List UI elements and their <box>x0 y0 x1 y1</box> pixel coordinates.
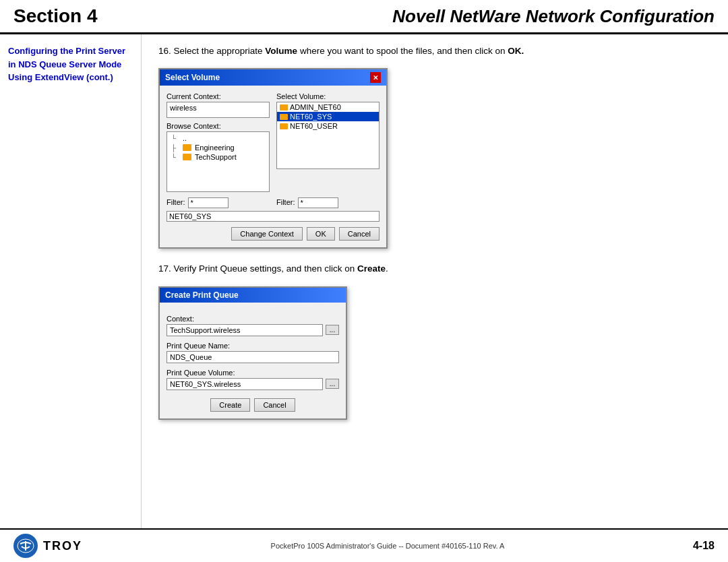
section-label: Section 4 <box>13 5 98 27</box>
volume-user-text: NET60_USER <box>290 122 338 130</box>
sidebar-text: Configuring the Print Server in NDS Queu… <box>8 44 133 84</box>
tree-connector-eng: ├ <box>171 144 181 152</box>
volume-item-sys[interactable]: NET60_SYS <box>277 112 379 121</box>
sv-left-col: Current Context: wireless Browse Context… <box>166 92 270 192</box>
folder-icon-admin <box>280 104 288 111</box>
volume-item-admin[interactable]: ADMIN_NET60 <box>277 102 379 112</box>
troy-logo-icon <box>16 538 35 554</box>
select-volume-titlebar: Select Volume ✕ <box>160 69 386 86</box>
folder-icon-user <box>280 123 288 129</box>
browse-context-label: Browse Context: <box>166 122 270 130</box>
filter-left-input[interactable] <box>188 197 229 208</box>
filter-right-input[interactable] <box>298 197 338 208</box>
filter-left: Filter: <box>166 197 270 208</box>
tree-item-engineering[interactable]: ├ Engineering <box>169 143 268 152</box>
pq-volume-browse-button[interactable]: ... <box>326 379 339 389</box>
troy-logo-circle <box>13 534 38 558</box>
pq-volume-label: Print Queue Volume: <box>166 369 339 377</box>
pq-volume-input-row: ... <box>166 378 339 390</box>
volume-sys-text: NET60_SYS <box>290 113 332 121</box>
bold-ok: OK. <box>508 46 524 56</box>
select-volume-columns: Current Context: wireless Browse Context… <box>166 92 380 192</box>
tree-item-techsupport-text: TechSupport <box>195 153 237 161</box>
create-pq-titlebar: Create Print Queue <box>160 288 346 303</box>
create-pq-title: Create Print Queue <box>165 290 239 300</box>
tree-connector: └ <box>171 135 181 142</box>
filter-right: Filter: <box>276 197 380 208</box>
step-16-instruction: 16. Select the appropriate Volume where … <box>158 44 711 58</box>
select-volume-buttons: Change Context OK Cancel <box>166 227 380 241</box>
folder-icon-techsupport <box>183 154 191 160</box>
context-input-row: ... <box>166 324 339 336</box>
select-volume-close-button[interactable]: ✕ <box>370 72 381 83</box>
tree-item-techsupport[interactable]: └ TechSupport <box>169 152 268 162</box>
context-input[interactable] <box>166 324 323 336</box>
select-volume-title: Select Volume <box>165 73 220 82</box>
pq-name-input-row <box>166 351 339 363</box>
ok-button[interactable]: OK <box>307 227 335 241</box>
footer-doc-text: PocketPro 100S Administrator's Guide -- … <box>271 542 505 550</box>
content-area: 16. Select the appropriate Volume where … <box>142 34 728 528</box>
section-number: 4 <box>87 5 98 26</box>
volume-admin-text: ADMIN_NET60 <box>290 103 341 111</box>
selected-volume-input[interactable] <box>166 211 380 222</box>
tree-connector-tech: └ <box>171 154 181 161</box>
pq-name-input[interactable] <box>166 351 339 363</box>
cancel-button[interactable]: Cancel <box>339 227 380 241</box>
filter-left-label: Filter: <box>166 198 185 206</box>
context-browse-button[interactable]: ... <box>326 325 339 335</box>
troy-logo: TROY <box>13 534 82 558</box>
select-volume-dialog: Select Volume ✕ Current Context: wireles… <box>158 68 388 249</box>
filter-row: Filter: Filter: <box>166 197 380 208</box>
bold-volume: Volume <box>265 46 297 56</box>
page-footer: TROY PocketPro 100S Administrator's Guid… <box>0 528 728 562</box>
browse-context-tree[interactable]: └ .. ├ Engineering └ TechS <box>166 131 270 192</box>
volume-listbox[interactable]: ADMIN_NET60 NET60_SYS NET60_USER <box>276 102 380 169</box>
sidebar: Configuring the Print Server in NDS Queu… <box>0 34 142 528</box>
create-pq-buttons: Create Cancel <box>166 398 339 412</box>
create-pq-body: Context: ... Print Queue Name: Print Que… <box>160 303 346 418</box>
tree-item-dots[interactable]: └ .. <box>169 133 268 143</box>
footer-page-number: 4-18 <box>693 540 715 552</box>
page-title: Novell NetWare Network Configuration <box>98 6 715 27</box>
folder-icon-sys <box>280 114 288 120</box>
filter-right-label: Filter: <box>276 198 295 206</box>
sv-right-col: Select Volume: ADMIN_NET60 NET60_SYS <box>276 92 380 192</box>
create-button[interactable]: Create <box>210 398 250 412</box>
pq-volume-input[interactable] <box>166 378 323 390</box>
folder-icon-engineering <box>183 144 191 151</box>
troy-text: TROY <box>43 539 82 553</box>
tree-item-dots-text: .. <box>183 134 187 142</box>
create-pq-dialog: Create Print Queue Context: ... Print Qu… <box>158 286 347 420</box>
pq-name-label: Print Queue Name: <box>166 342 339 350</box>
change-context-button[interactable]: Change Context <box>231 227 303 241</box>
bold-create: Create <box>357 263 386 274</box>
current-context-box[interactable]: wireless <box>166 102 270 118</box>
current-context-value: wireless <box>170 104 197 112</box>
cancel-pq-button[interactable]: Cancel <box>254 398 295 412</box>
select-volume-body: Current Context: wireless Browse Context… <box>160 86 386 247</box>
select-volume-label: Select Volume: <box>276 92 380 100</box>
context-label: Context: <box>166 315 339 323</box>
volume-item-user[interactable]: NET60_USER <box>277 121 379 131</box>
main-content: Configuring the Print Server in NDS Queu… <box>0 34 728 528</box>
section-text: Section <box>13 5 82 26</box>
step-17-instruction: 17. Verify Print Queue settings, and the… <box>158 262 711 276</box>
current-context-label: Current Context: <box>166 92 270 100</box>
page-header: Section 4 Novell NetWare Network Configu… <box>0 0 728 34</box>
tree-item-engineering-text: Engineering <box>195 144 235 152</box>
